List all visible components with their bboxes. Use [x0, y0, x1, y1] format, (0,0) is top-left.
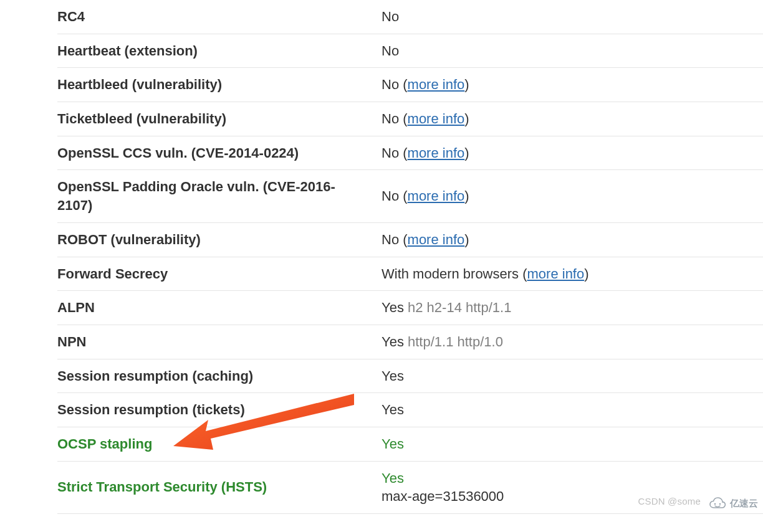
logo-text: 亿速云 [730, 498, 758, 510]
value-prefix-ocsp-stapling: Yes [382, 436, 404, 452]
label-npn: NPN [57, 333, 382, 351]
value-heartbleed: No (more info) [382, 75, 763, 94]
value-prefix-robot: No ( [382, 232, 408, 247]
value-npn: Yes http/1.1 http/1.0 [382, 333, 763, 351]
value-forward-secrecy: With modern browsers (more info) [382, 265, 763, 283]
label-hsts: Strict Transport Security (HSTS) [57, 478, 382, 496]
value-openssl-ccs: No (more info) [382, 144, 763, 163]
label-forward-secrecy: Forward Secrecy [57, 265, 382, 283]
feature-table: RC4NoHeartbeat (extension)NoHeartbleed (… [0, 0, 763, 514]
row-robot: ROBOT (vulnerability)No (more info) [57, 222, 763, 257]
value-prefix-heartbleed: No ( [382, 77, 408, 92]
label-openssl-padding-oracle: OpenSSL Padding Oracle vuln. (CVE-2016-2… [57, 178, 382, 214]
svg-point-2 [719, 503, 721, 505]
value-prefix-rc4: No [382, 9, 399, 24]
more-info-link-forward-secrecy[interactable]: more info [527, 266, 585, 282]
value-suffix-openssl-ccs: ) [464, 145, 469, 161]
value-heartbeat: No [382, 42, 763, 60]
row-forward-secrecy: Forward SecrecyWith modern browsers (mor… [57, 257, 763, 292]
value-suffix-forward-secrecy: ) [584, 266, 588, 282]
value-robot: No (more info) [382, 230, 763, 249]
value-prefix-forward-secrecy: With modern browsers ( [382, 266, 527, 282]
row-npn: NPNYes http/1.1 http/1.0 [57, 325, 763, 359]
label-session-resumption-caching: Session resumption (caching) [57, 367, 382, 386]
value-suffix-heartbleed: ) [464, 77, 469, 92]
value-prefix-hsts: Yes [382, 470, 404, 486]
row-ticketbleed: Ticketbleed (vulnerability)No (more info… [57, 102, 763, 136]
value-suffix-openssl-padding-oracle: ) [464, 188, 469, 204]
value-prefix-alpn: Yes [382, 300, 404, 315]
cloud-icon [706, 496, 727, 510]
value-prefix-openssl-padding-oracle: No ( [382, 188, 408, 204]
value-suffix-robot: ) [464, 232, 469, 247]
label-openssl-ccs: OpenSSL CCS vuln. (CVE-2014-0224) [57, 144, 382, 163]
more-info-link-ticketbleed[interactable]: more info [408, 111, 465, 126]
row-heartbeat: Heartbeat (extension)No [57, 34, 763, 69]
row-rc4: RC4No [57, 0, 763, 34]
value-prefix-session-resumption-caching: Yes [382, 368, 404, 384]
more-info-link-openssl-ccs[interactable]: more info [408, 145, 465, 161]
label-ocsp-stapling: OCSP stapling [57, 435, 382, 454]
label-robot: ROBOT (vulnerability) [57, 230, 382, 249]
row-openssl-ccs: OpenSSL CCS vuln. (CVE-2014-0224)No (mor… [57, 136, 763, 171]
value-prefix-openssl-ccs: No ( [382, 145, 408, 161]
value-session-resumption-caching: Yes [382, 367, 763, 386]
value-prefix-ticketbleed: No ( [382, 111, 408, 126]
value-openssl-padding-oracle: No (more info) [382, 187, 763, 206]
value-sub-npn: http/1.1 http/1.0 [408, 334, 503, 349]
value-prefix-session-resumption-tickets: Yes [382, 402, 404, 417]
label-rc4: RC4 [57, 7, 382, 26]
more-info-link-heartbleed[interactable]: more info [408, 77, 465, 92]
row-alpn: ALPNYes h2 h2-14 http/1.1 [57, 290, 763, 325]
value-session-resumption-tickets: Yes [382, 401, 763, 419]
row-heartbleed: Heartbleed (vulnerability)No (more info) [57, 67, 763, 102]
value-ticketbleed: No (more info) [382, 110, 763, 128]
value-alpn: Yes h2 h2-14 http/1.1 [382, 298, 763, 317]
svg-point-1 [714, 503, 716, 505]
row-session-resumption-caching: Session resumption (caching)Yes [57, 359, 763, 394]
value-prefix-npn: Yes [382, 334, 404, 349]
label-heartbeat: Heartbeat (extension) [57, 42, 382, 60]
label-session-resumption-tickets: Session resumption (tickets) [57, 401, 382, 419]
row-ocsp-stapling: OCSP staplingYes [57, 427, 763, 462]
more-info-link-robot[interactable]: more info [408, 232, 465, 247]
value-sub-alpn: h2 h2-14 http/1.1 [408, 300, 511, 315]
more-info-link-openssl-padding-oracle[interactable]: more info [408, 188, 465, 204]
label-ticketbleed: Ticketbleed (vulnerability) [57, 110, 382, 128]
value-suffix-ticketbleed: ) [464, 111, 469, 126]
row-session-resumption-tickets: Session resumption (tickets)Yes [57, 392, 763, 427]
value-prefix-heartbeat: No [382, 43, 399, 59]
label-heartbleed: Heartbleed (vulnerability) [57, 75, 382, 94]
value-ocsp-stapling: Yes [382, 435, 763, 454]
value-rc4: No [382, 7, 763, 26]
label-alpn: ALPN [57, 298, 382, 317]
yisu-logo-watermark: 亿速云 [706, 496, 758, 510]
csdn-watermark: CSDN @some [638, 496, 701, 506]
row-openssl-padding-oracle: OpenSSL Padding Oracle vuln. (CVE-2016-2… [57, 169, 763, 222]
